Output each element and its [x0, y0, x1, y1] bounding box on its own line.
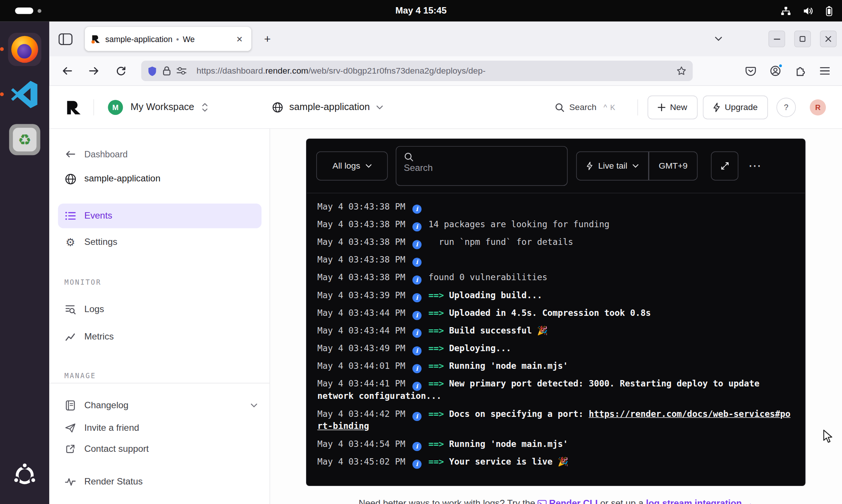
global-search-button[interactable]: Search ^ K — [555, 102, 616, 112]
log-row: May 4 03:43:38 PMi — [317, 251, 794, 269]
dock-item-vscode[interactable] — [8, 77, 42, 112]
vscode-running-dot — [0, 92, 4, 96]
log-arrow: ==> — [429, 343, 449, 353]
sidebar-item-invite-friend[interactable]: Invite a friend — [58, 417, 261, 439]
logs-footer-hint: Need better ways to work with logs? Try … — [270, 498, 842, 504]
log-arrow: ==> — [429, 439, 449, 449]
upgrade-button[interactable]: Upgrade — [703, 95, 768, 119]
log-message: Build successful 🎉 — [449, 325, 548, 335]
tab-strip: sample-application•We ✕ + — [50, 21, 842, 56]
changelog-icon — [65, 400, 76, 411]
log-message: Running 'node main.mjs' — [449, 439, 568, 449]
chevron-down-icon — [376, 105, 383, 109]
log-row: May 4 03:44:54 PMi==> Running 'node main… — [317, 435, 794, 453]
sidebar-item-logs[interactable]: Logs — [58, 299, 261, 320]
firefox-view-button[interactable] — [56, 29, 75, 48]
log-timestamp: May 4 03:44:41 PM — [317, 379, 405, 389]
sidebar-item-render-status[interactable]: Render Status — [58, 471, 261, 492]
paper-plane-icon — [65, 423, 76, 433]
sidebar-item-changelog[interactable]: Changelog — [58, 395, 261, 416]
log-row: May 4 03:43:49 PMi==> Deploying... — [317, 340, 794, 357]
new-tab-button[interactable]: + — [258, 29, 277, 48]
system-clock[interactable]: May 4 15:45 — [0, 5, 842, 16]
log-search-field[interactable] — [396, 146, 568, 186]
workspace-selector[interactable]: M My Workspace — [108, 100, 208, 115]
window-minimize-button[interactable] — [768, 31, 785, 47]
render-logo[interactable] — [65, 99, 81, 115]
sidebar-back-dashboard[interactable]: Dashboard — [58, 143, 261, 165]
log-timestamp: May 4 03:43:38 PM — [317, 219, 405, 229]
tracking-shield-icon[interactable] — [148, 66, 157, 76]
info-icon: i — [412, 329, 421, 338]
network-icon[interactable] — [781, 6, 791, 15]
log-lines: May 4 03:43:38 PMiMay 4 03:43:38 PMi14 p… — [306, 193, 805, 486]
menu-icon[interactable] — [815, 61, 834, 80]
render-cli-link[interactable]: Render CLI — [549, 498, 598, 504]
account-icon[interactable] — [766, 61, 785, 80]
dock-item-firefox[interactable] — [8, 32, 42, 67]
sidebar-item-contact-support[interactable]: Contact support — [58, 438, 261, 460]
list-all-tabs-button[interactable] — [709, 29, 728, 48]
log-row: May 4 03:44:42 PMi==> Docs on specifying… — [317, 405, 794, 435]
log-row: May 4 03:43:38 PMi — [317, 198, 794, 215]
url-text[interactable]: https://dashboard.render.com/web/srv-d0b… — [196, 66, 672, 76]
url-bar[interactable]: https://dashboard.render.com/web/srv-d0b… — [141, 61, 693, 81]
service-selector[interactable]: sample-application — [272, 101, 383, 113]
forward-button[interactable] — [84, 61, 103, 80]
reload-button[interactable] — [111, 61, 130, 80]
info-icon: i — [412, 460, 421, 469]
help-button[interactable]: ? — [777, 98, 796, 117]
sidebar-item-settings[interactable]: ⚙ Settings — [58, 231, 261, 253]
info-icon: i — [412, 222, 421, 231]
info-icon: i — [412, 311, 421, 320]
log-search-input[interactable] — [404, 163, 560, 174]
browser-tab[interactable]: sample-application•We ✕ — [85, 27, 251, 51]
log-timestamp: May 4 03:43:49 PM — [317, 343, 405, 353]
log-filter-dropdown[interactable]: All logs — [316, 151, 388, 180]
log-stream-integration-link[interactable]: log stream integration → — [646, 498, 753, 504]
browser-toolbar: https://dashboard.render.com/web/srv-d0b… — [50, 56, 842, 86]
log-message: Docs on specifying a port: — [449, 409, 589, 419]
sidebar-item-events[interactable]: Events — [58, 204, 261, 228]
log-row: May 4 03:43:38 PMifound 0 vulnerabilitie… — [317, 269, 794, 286]
pocket-icon[interactable] — [741, 61, 760, 80]
window-close-button[interactable] — [820, 31, 836, 47]
window-maximize-button[interactable] — [794, 31, 811, 47]
dock-item-ubuntu[interactable] — [8, 458, 42, 493]
back-button[interactable] — [57, 61, 77, 80]
dock-item-software-updater[interactable]: ♻ — [8, 122, 42, 157]
sidebar-item-metrics[interactable]: Metrics — [58, 326, 261, 347]
log-row: May 4 03:45:02 PMi==> Your service is li… — [317, 453, 794, 470]
log-timestamp: May 4 03:43:38 PM — [317, 237, 405, 247]
more-options-button[interactable]: ⋯ — [748, 158, 762, 174]
mouse-cursor — [823, 430, 834, 444]
extensions-icon[interactable] — [791, 61, 810, 80]
permissions-icon[interactable] — [177, 67, 186, 75]
live-tail-dropdown[interactable]: Live tail — [577, 152, 649, 180]
log-timestamp: May 4 03:45:02 PM — [317, 456, 405, 466]
gear-icon: ⚙ — [65, 237, 76, 248]
bookmark-star-icon[interactable] — [677, 66, 687, 76]
log-timestamp: May 4 03:43:39 PM — [317, 290, 405, 300]
tab-close-button[interactable]: ✕ — [233, 33, 246, 45]
sidebar-service-name[interactable]: sample-application — [58, 168, 261, 190]
log-timestamp: May 4 03:43:38 PM — [317, 272, 405, 282]
lightning-icon — [586, 161, 593, 170]
expand-logs-button[interactable] — [711, 151, 739, 180]
globe-icon — [65, 173, 76, 184]
battery-icon[interactable] — [826, 6, 832, 16]
new-button[interactable]: New — [647, 95, 697, 119]
timezone-button[interactable]: GMT+9 — [649, 152, 697, 180]
log-row: May 4 03:44:41 PMi==> New primary port d… — [317, 375, 794, 405]
log-row: May 4 03:43:38 PMi14 packages are lookin… — [317, 215, 794, 233]
volume-icon[interactable] — [803, 6, 814, 15]
firefox-running-dot — [0, 47, 4, 51]
info-icon: i — [412, 205, 421, 214]
log-arrow: ==> — [429, 308, 449, 318]
info-icon: i — [412, 293, 421, 302]
screen: May 4 15:45 ♻ — [0, 0, 842, 504]
vscode-icon — [9, 79, 40, 110]
lock-icon[interactable] — [163, 66, 171, 76]
user-avatar[interactable]: R — [810, 99, 826, 115]
service-name: sample-application — [289, 101, 370, 113]
